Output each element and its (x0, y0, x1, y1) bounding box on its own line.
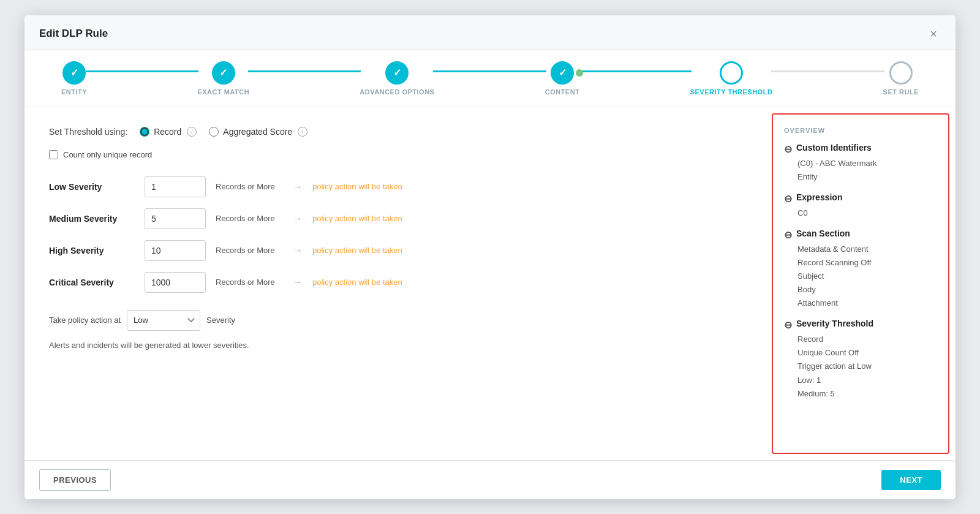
medium-severity-policy-link[interactable]: policy action will be taken (312, 214, 402, 223)
severity-threshold-detail-4: Medium: 5 (797, 387, 937, 401)
custom-identifiers-detail-1: Entity (797, 170, 937, 184)
step-content-label: CONTENT (545, 88, 580, 96)
aggregated-score-radio-option[interactable]: Aggregated Score i (209, 127, 307, 137)
expression-details: C0 (797, 206, 937, 220)
scan-detail-0: Metadata & Content (797, 243, 937, 256)
step-entity-label: ENTITY (61, 88, 87, 96)
step-exact-match-circle: ✓ (212, 61, 235, 85)
severity-word: Severity (206, 316, 235, 325)
critical-severity-more: Records or More (216, 278, 283, 287)
next-button[interactable]: NEXT (881, 470, 941, 490)
medium-severity-input[interactable] (145, 208, 206, 229)
step-set-rule-label: SET RULE (883, 88, 919, 96)
step-entity: ✓ ENTITY (61, 61, 87, 96)
custom-identifiers-heading: Custom Identifiers (796, 143, 872, 153)
step-severity-threshold: SEVERITY THRESHOLD (690, 61, 773, 96)
step-content: ✓ CONTENT (545, 61, 580, 96)
policy-action-row: Take policy action at Low Medium High Cr… (49, 310, 747, 331)
scan-detail-2: Subject (797, 270, 937, 283)
medium-severity-label: Medium Severity (49, 214, 135, 224)
modal-body: Set Threshold using: Record i Aggregated… (24, 107, 956, 460)
critical-severity-label: Critical Severity (49, 278, 135, 287)
record-radio-option[interactable]: Record i (140, 127, 197, 137)
overview-section-severity-threshold: ⊖ Severity Threshold Record Unique Count… (784, 319, 937, 400)
scan-detail-3: Body (797, 283, 937, 297)
record-radio[interactable] (140, 127, 149, 137)
close-button[interactable]: × (926, 26, 941, 41)
step-content-dot (576, 69, 583, 77)
severity-threshold-detail-3: Low: 1 (797, 374, 937, 387)
threshold-using-label: Set Threshold using: (49, 127, 127, 137)
severity-threshold-details: Record Unique Count Off Trigger action a… (797, 333, 937, 400)
critical-severity-policy-link[interactable]: policy action will be taken (312, 278, 402, 287)
severity-threshold-detail-1: Unique Count Off (797, 346, 937, 360)
overview-custom-identifiers-header: ⊖ Custom Identifiers (784, 143, 937, 155)
policy-action-label: Take policy action at (49, 316, 121, 325)
custom-identifiers-details: (C0) - ABC Watermark Entity (797, 157, 937, 184)
modal-overlay: Edit DLP Rule × ✓ ENTITY ✓ EXACT MATCH ✓… (0, 0, 980, 514)
severity-grid: Low Severity Records or More → policy ac… (49, 176, 747, 293)
severity-row-medium: Medium Severity Records or More → policy… (49, 208, 747, 229)
stepper: ✓ ENTITY ✓ EXACT MATCH ✓ ADVANCED OPTION… (24, 50, 956, 107)
high-severity-label: High Severity (49, 246, 135, 255)
medium-severity-arrow: → (293, 213, 303, 224)
expression-heading: Expression (796, 192, 842, 202)
policy-action-select[interactable]: Low Medium High Critical (127, 310, 200, 331)
connector-3 (433, 70, 546, 72)
expression-minus-icon: ⊖ (784, 193, 792, 205)
overview-section-custom-identifiers: ⊖ Custom Identifiers (C0) - ABC Watermar… (784, 143, 937, 184)
step-advanced-options-circle: ✓ (385, 61, 409, 85)
previous-button[interactable]: PREVIOUS (39, 469, 111, 491)
modal-footer: PREVIOUS NEXT (24, 460, 956, 499)
form-area: Set Threshold using: Record i Aggregated… (24, 107, 772, 460)
record-label: Record (154, 127, 181, 137)
overview-section-scan-section: ⊖ Scan Section Metadata & Content Record… (784, 229, 937, 310)
aggregated-score-label: Aggregated Score (223, 127, 292, 137)
custom-identifiers-minus-icon: ⊖ (784, 143, 792, 155)
overview-severity-threshold-header: ⊖ Severity Threshold (784, 319, 937, 331)
high-severity-input[interactable] (145, 240, 206, 261)
severity-threshold-detail-0: Record (797, 333, 937, 346)
overview-expression-header: ⊖ Expression (784, 192, 937, 205)
threshold-using-row: Set Threshold using: Record i Aggregated… (49, 127, 747, 137)
severity-row-low: Low Severity Records or More → policy ac… (49, 176, 747, 197)
step-set-rule: SET RULE (883, 61, 919, 96)
edit-dlp-rule-modal: Edit DLP Rule × ✓ ENTITY ✓ EXACT MATCH ✓… (24, 15, 956, 499)
step-severity-threshold-circle (720, 61, 743, 85)
overview-section-expression: ⊖ Expression C0 (784, 192, 937, 220)
connector-1 (86, 70, 198, 72)
aggregated-score-radio[interactable] (209, 127, 219, 137)
scan-detail-4: Attachment (797, 297, 937, 310)
step-severity-threshold-label: SEVERITY THRESHOLD (690, 88, 773, 96)
step-exact-match-label: EXACT MATCH (197, 88, 249, 96)
severity-threshold-heading: Severity Threshold (796, 319, 873, 328)
low-severity-label: Low Severity (49, 182, 135, 192)
sidebar-overview: OVERVIEW ⊖ Custom Identifiers (C0) - ABC… (772, 113, 949, 454)
scan-section-minus-icon: ⊖ (784, 229, 792, 241)
custom-identifiers-detail-0: (C0) - ABC Watermark (797, 157, 937, 170)
low-severity-arrow: → (293, 181, 303, 192)
alert-text: Alerts and incidents will be generated a… (49, 341, 747, 350)
low-severity-input[interactable] (145, 176, 206, 197)
scan-section-details: Metadata & Content Record Scanning Off S… (797, 243, 937, 310)
unique-record-label[interactable]: Count only unique record (63, 150, 152, 159)
record-info-icon: i (187, 127, 197, 137)
severity-row-critical: Critical Severity Records or More → poli… (49, 272, 747, 293)
step-set-rule-circle (889, 61, 913, 85)
step-entity-circle: ✓ (62, 61, 86, 85)
unique-record-checkbox[interactable] (49, 150, 58, 159)
connector-5 (771, 70, 884, 72)
connector-2 (248, 70, 361, 72)
connector-4 (578, 70, 691, 72)
overview-title: OVERVIEW (784, 127, 937, 134)
severity-threshold-minus-icon: ⊖ (784, 319, 792, 331)
step-exact-match: ✓ EXACT MATCH (197, 61, 249, 96)
low-severity-policy-link[interactable]: policy action will be taken (312, 182, 402, 191)
critical-severity-input[interactable] (145, 272, 206, 293)
overview-scan-section-header: ⊖ Scan Section (784, 229, 937, 241)
high-severity-arrow: → (293, 245, 303, 256)
step-advanced-options-label: ADVANCED OPTIONS (360, 88, 434, 96)
step-advanced-options: ✓ ADVANCED OPTIONS (360, 61, 434, 96)
critical-severity-arrow: → (293, 277, 303, 288)
high-severity-policy-link[interactable]: policy action will be taken (312, 246, 402, 255)
